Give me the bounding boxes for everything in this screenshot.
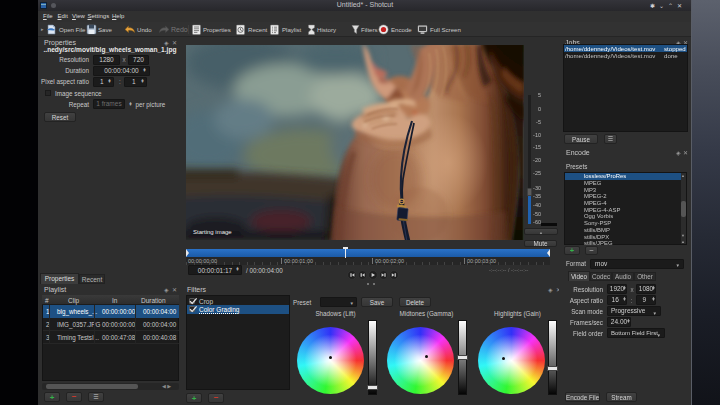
- svg-text:Starting image: Starting image: [193, 229, 232, 235]
